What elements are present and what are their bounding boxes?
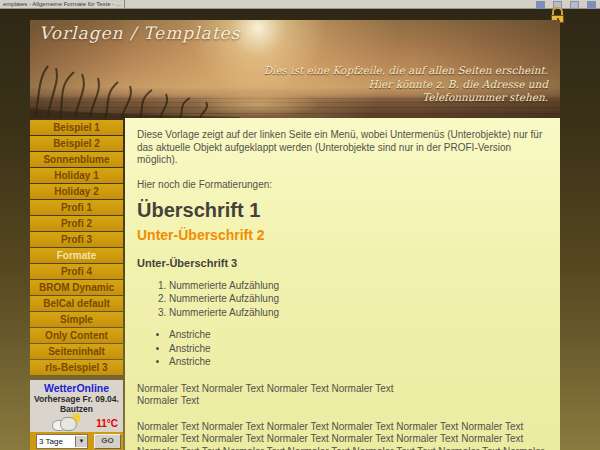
site-title: Vorlagen / Templates — [39, 23, 240, 43]
sidebar-item-profi-2[interactable]: Profi 2 — [30, 216, 123, 231]
sidebar-item-holiday-1[interactable]: Holiday 1 — [30, 168, 123, 183]
sidebar-item-sonnenblume[interactable]: Sonnenblume — [30, 152, 123, 167]
normal-text-line: Normaler Text Normaler Text Normaler Tex… — [137, 383, 546, 396]
temperature-value: 11°C — [96, 418, 118, 429]
sidebar-item-profi-4[interactable]: Profi 4 — [30, 264, 123, 279]
forecast-label: Vorhersage Fr. 09.04. — [30, 395, 123, 404]
go-button[interactable]: GO — [94, 434, 121, 449]
weather-location: Bautzen — [30, 405, 123, 414]
sidebar-item-profi-3[interactable]: Profi 3 — [30, 232, 123, 247]
lock-icon — [551, 7, 564, 21]
toolbar-icon[interactable] — [570, 1, 579, 9]
tagline-line: Hier könnte z. B. die Adresse und — [264, 78, 548, 92]
bullet-list: Anstriche Anstriche Anstriche — [169, 329, 546, 369]
formats-intro: Hier noch die Formatierungen: — [137, 179, 546, 192]
page-header-banner: Vorlagen / Templates Dies ist eine Kopfz… — [30, 20, 560, 118]
sidebar-item-formate[interactable]: Formate — [30, 248, 123, 263]
sidebar-item-only-content[interactable]: Only Content — [30, 328, 123, 343]
heading-3: Unter-Überschrift 3 — [137, 257, 546, 270]
normal-text-line: Normaler Text — [137, 395, 546, 408]
toolbar-icon[interactable] — [536, 1, 545, 9]
beach-grass-silhouette — [30, 58, 240, 118]
toolbar-icon[interactable] — [587, 1, 596, 9]
bullet-list-item: Anstriche — [169, 356, 546, 369]
sidebar-item-beispiel-1[interactable]: Beispiel 1 — [30, 120, 123, 135]
sun-behind-cloud-icon — [52, 417, 82, 429]
forecast-range-value: 3 Tage — [37, 437, 75, 446]
browser-tab[interactable]: emplates - Allgemeine Formate für Texte … — [0, 0, 125, 8]
numbered-list-item: Nummerierte Aufzählung — [169, 293, 546, 306]
sidebar-item-seiteninhalt[interactable]: Seiteninhalt — [30, 344, 123, 359]
sidebar-item-belcal-default[interactable]: BelCal default — [30, 296, 123, 311]
normal-text-block: Normaler Text Normaler Text Normaler Tex… — [137, 383, 546, 408]
main-content: Diese Vorlage zeigt auf der linken Seite… — [125, 118, 560, 450]
sidebar-item-holiday-2[interactable]: Holiday 2 — [30, 184, 123, 199]
heading-1: Überschrift 1 — [137, 204, 546, 217]
tagline-line: Dies ist eine Kopfzeile, die auf allen S… — [264, 64, 548, 78]
browser-toolbar-icons — [536, 1, 596, 9]
sidebar-item-profi-1[interactable]: Profi 1 — [30, 200, 123, 215]
browser-titlebar: emplates - Allgemeine Formate für Texte … — [0, 0, 600, 9]
sidebar-item-rls-beispiel-3[interactable]: rls-Beispiel 3 — [30, 360, 123, 375]
tagline-line: Telefonnummer stehen. — [264, 91, 548, 105]
numbered-list-item: Nummerierte Aufzählung — [169, 307, 546, 320]
chevron-down-icon[interactable]: ▼ — [75, 436, 87, 447]
numbered-list: Nummerierte Aufzählung Nummerierte Aufzä… — [169, 280, 546, 320]
weather-widget: WetterOnline Vorhersage Fr. 09.04. Bautz… — [30, 380, 123, 450]
sidebar-menu: Beispiel 1 Beispiel 2 Sonnenblume Holida… — [30, 120, 123, 376]
sidebar-item-simple[interactable]: Simple — [30, 312, 123, 327]
bullet-list-item: Anstriche — [169, 329, 546, 342]
sidebar-item-brom-dynamic[interactable]: BROM Dynamic — [30, 280, 123, 295]
forecast-range-select[interactable]: 3 Tage ▼ — [36, 434, 88, 449]
numbered-list-item: Nummerierte Aufzählung — [169, 280, 546, 293]
bullet-list-item: Anstriche — [169, 343, 546, 356]
intro-paragraph: Diese Vorlage zeigt auf der linken Seite… — [137, 129, 546, 167]
heading-2: Unter-Überschrift 2 — [137, 229, 546, 242]
header-tagline: Dies ist eine Kopfzeile, die auf allen S… — [264, 64, 548, 105]
sidebar-item-beispiel-2[interactable]: Beispiel 2 — [30, 136, 123, 151]
weather-controls: 3 Tage ▼ GO — [30, 432, 123, 450]
normal-text-paragraph: Normaler Text Normaler Text Normaler Tex… — [137, 421, 546, 450]
wetteronline-logo[interactable]: WetterOnline — [30, 380, 123, 394]
